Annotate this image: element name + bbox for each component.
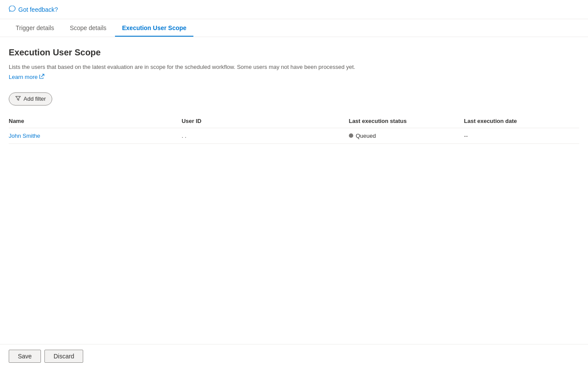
status-label: Queued <box>356 133 376 139</box>
row-date-cell: -- <box>464 128 579 143</box>
description-text: Lists the users that based on the latest… <box>9 63 579 72</box>
row-status-cell: Queued <box>349 128 464 143</box>
tab-execution-user-scope[interactable]: Execution User Scope <box>115 19 193 37</box>
filter-section: Add filter <box>9 92 579 106</box>
user-name-link[interactable]: John Smithe <box>9 133 40 139</box>
tab-trigger-details[interactable]: Trigger details <box>9 19 61 37</box>
data-table: Name User ID Last execution status Last … <box>9 114 579 144</box>
save-button[interactable]: Save <box>9 350 41 363</box>
add-filter-label: Add filter <box>24 95 46 102</box>
column-header-userid: User ID <box>182 114 349 128</box>
table-header-row: Name User ID Last execution status Last … <box>9 114 579 128</box>
row-name-cell: John Smithe <box>9 128 182 143</box>
column-header-name: Name <box>9 114 182 128</box>
page-title: Execution User Scope <box>9 48 579 58</box>
tab-scope-details[interactable]: Scope details <box>63 19 113 37</box>
learn-more-link[interactable]: Learn more <box>9 74 44 80</box>
table-row: John Smithe . . Queued -- <box>9 128 579 143</box>
feedback-icon <box>9 5 16 14</box>
tabs-bar: Trigger details Scope details Execution … <box>0 19 588 37</box>
column-header-date: Last execution date <box>464 114 579 128</box>
filter-icon <box>15 95 21 102</box>
top-bar: Got feedback? <box>0 0 588 19</box>
column-header-status: Last execution status <box>349 114 464 128</box>
row-userid-cell: . . <box>182 128 349 143</box>
footer: Save Discard <box>0 344 588 368</box>
discard-button[interactable]: Discard <box>44 350 83 363</box>
add-filter-button[interactable]: Add filter <box>9 92 52 106</box>
status-dot-icon <box>349 133 353 138</box>
main-content: Execution User Scope Lists the users tha… <box>0 37 588 344</box>
feedback-link[interactable]: Got feedback? <box>18 6 58 13</box>
external-link-icon <box>39 74 44 80</box>
